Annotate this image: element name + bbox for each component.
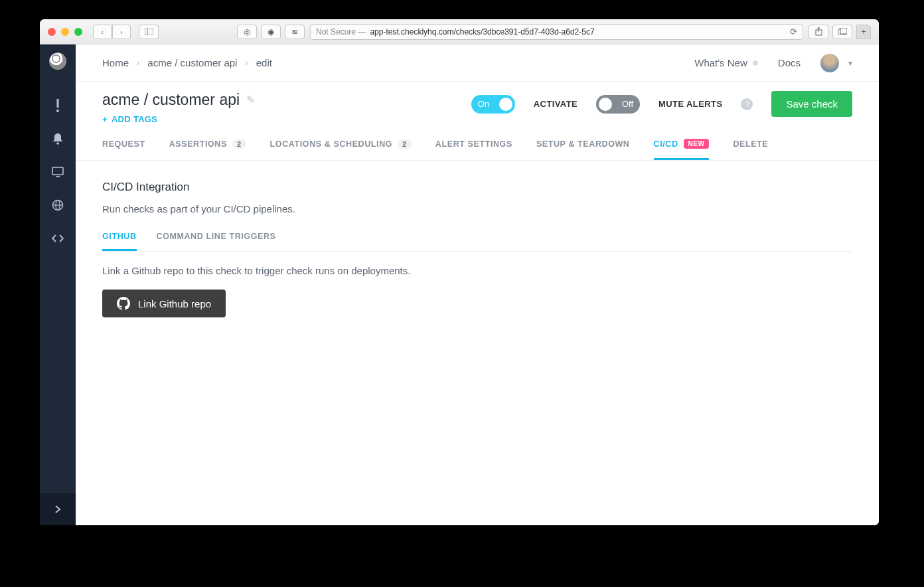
activate-label: ACTIVATE bbox=[534, 99, 578, 109]
breadcrumb-home[interactable]: Home bbox=[102, 57, 129, 68]
svg-rect-6 bbox=[57, 99, 59, 108]
browser-window: ‹ › ◎ ◉ ≋ Not Secure — app-test.checklyh… bbox=[40, 19, 879, 525]
avatar bbox=[820, 54, 839, 72]
refresh-icon[interactable]: ⟳ bbox=[790, 27, 797, 37]
breadcrumb-current: edit bbox=[256, 57, 272, 68]
extension-icon[interactable]: ≋ bbox=[285, 25, 305, 39]
title-column: acme / customer api ✎ + ADD TAGS bbox=[102, 91, 255, 124]
help-icon[interactable]: ? bbox=[741, 98, 753, 110]
nav-buttons: ‹ › bbox=[93, 25, 131, 39]
count-badge: 2 bbox=[232, 139, 246, 149]
code-icon[interactable] bbox=[51, 232, 64, 245]
link-github-button[interactable]: Link Github repo bbox=[102, 290, 226, 317]
notifications-icon[interactable] bbox=[51, 132, 64, 145]
tab-cicd[interactable]: CI/CD NEW bbox=[654, 139, 710, 160]
section-title: CI/CD Integration bbox=[102, 181, 852, 194]
close-window-icon[interactable] bbox=[48, 28, 56, 36]
tab-request[interactable]: REQUEST bbox=[102, 139, 145, 160]
tab-locations[interactable]: LOCATIONS & SCHEDULING 2 bbox=[270, 139, 412, 160]
tab-assertions[interactable]: ASSERTIONS 2 bbox=[169, 139, 246, 160]
extension-icon[interactable]: ◎ bbox=[237, 25, 257, 39]
svg-point-7 bbox=[56, 110, 59, 112]
breadcrumb: Home › acme / customer api › edit bbox=[102, 57, 272, 68]
alerts-icon[interactable] bbox=[51, 99, 64, 112]
github-description: Link a Github repo to this check to trig… bbox=[102, 265, 852, 276]
forward-button[interactable]: › bbox=[112, 25, 131, 39]
url-text: app-test.checklyhq.com/checks/3dbce391-d… bbox=[370, 27, 594, 37]
mute-toggle[interactable]: Off bbox=[596, 95, 640, 114]
main-area: Home › acme / customer api › edit What's… bbox=[76, 44, 879, 525]
svg-point-8 bbox=[56, 142, 59, 145]
user-menu[interactable]: ▾ bbox=[820, 54, 852, 72]
chevron-right-icon: › bbox=[137, 58, 139, 68]
section-description: Run checks as part of your CI/CD pipelin… bbox=[102, 203, 852, 214]
logo-icon[interactable] bbox=[49, 52, 66, 70]
new-badge: NEW bbox=[684, 139, 710, 149]
save-button[interactable]: Save check bbox=[771, 91, 852, 117]
docs-link[interactable]: Docs bbox=[778, 57, 801, 68]
subtab-github[interactable]: GITHUB bbox=[102, 232, 137, 251]
subtab-cli[interactable]: COMMAND LINE TRIGGERS bbox=[157, 232, 276, 251]
maximize-window-icon[interactable] bbox=[74, 28, 82, 36]
tab-setup-teardown[interactable]: SETUP & TEARDOWN bbox=[536, 139, 630, 160]
tab-delete[interactable]: DELETE bbox=[733, 139, 768, 160]
topbar-right: What's New Docs ▾ bbox=[694, 54, 852, 72]
status-dot-icon bbox=[753, 60, 758, 66]
tabs-icon[interactable] bbox=[832, 25, 852, 39]
chevron-down-icon: ▾ bbox=[848, 58, 852, 68]
svg-rect-5 bbox=[840, 28, 847, 34]
title-row: acme / customer api ✎ + ADD TAGS On ACTI… bbox=[76, 82, 879, 124]
count-badge: 2 bbox=[398, 139, 412, 149]
minimize-window-icon[interactable] bbox=[61, 28, 69, 36]
tabs-row: REQUEST ASSERTIONS 2 LOCATIONS & SCHEDUL… bbox=[76, 124, 879, 161]
sidebar-expand-button[interactable] bbox=[40, 493, 76, 525]
browser-chrome: ‹ › ◎ ◉ ≋ Not Secure — app-test.checklyh… bbox=[40, 19, 879, 44]
tab-alert-settings[interactable]: ALERT SETTINGS bbox=[435, 139, 512, 160]
right-browser-tools: + bbox=[809, 25, 871, 39]
extension-icon[interactable]: ◉ bbox=[261, 25, 281, 39]
share-icon[interactable] bbox=[809, 25, 828, 39]
app-root: Home › acme / customer api › edit What's… bbox=[40, 44, 879, 525]
subtabs-row: GITHUB COMMAND LINE TRIGGERS bbox=[102, 232, 852, 252]
extensions-row: ◎ ◉ ≋ bbox=[237, 25, 305, 39]
edit-icon[interactable]: ✎ bbox=[246, 94, 255, 106]
toggle-knob bbox=[499, 98, 512, 111]
traffic-lights bbox=[48, 28, 82, 36]
svg-rect-0 bbox=[145, 29, 153, 35]
monitor-icon[interactable] bbox=[51, 165, 64, 179]
chevron-right-icon: › bbox=[245, 58, 248, 68]
activate-toggle[interactable]: On bbox=[471, 95, 515, 114]
add-tags-button[interactable]: + ADD TAGS bbox=[102, 114, 255, 124]
whats-new-link[interactable]: What's New bbox=[694, 57, 758, 68]
sidebar-toggle-icon[interactable] bbox=[139, 25, 159, 39]
mute-label: MUTE ALERTS bbox=[658, 99, 722, 109]
security-status: Not Secure — bbox=[316, 27, 366, 37]
new-tab-button[interactable]: + bbox=[856, 25, 871, 39]
url-bar[interactable]: Not Secure — app-test.checklyhq.com/chec… bbox=[310, 24, 803, 40]
globe-icon[interactable] bbox=[51, 199, 64, 212]
sidebar bbox=[40, 44, 76, 525]
github-icon bbox=[117, 297, 130, 310]
toggle-knob bbox=[599, 98, 612, 111]
check-title: acme / customer api ✎ bbox=[102, 91, 255, 109]
svg-rect-9 bbox=[52, 167, 63, 175]
breadcrumb-check[interactable]: acme / customer api bbox=[147, 57, 237, 68]
controls-row: On ACTIVATE Off MUTE ALERTS ? Save check bbox=[471, 91, 852, 117]
topbar: Home › acme / customer api › edit What's… bbox=[76, 44, 879, 82]
content-panel: CI/CD Integration Run checks as part of … bbox=[76, 161, 879, 337]
back-button[interactable]: ‹ bbox=[93, 25, 112, 39]
plus-icon: + bbox=[102, 114, 108, 124]
